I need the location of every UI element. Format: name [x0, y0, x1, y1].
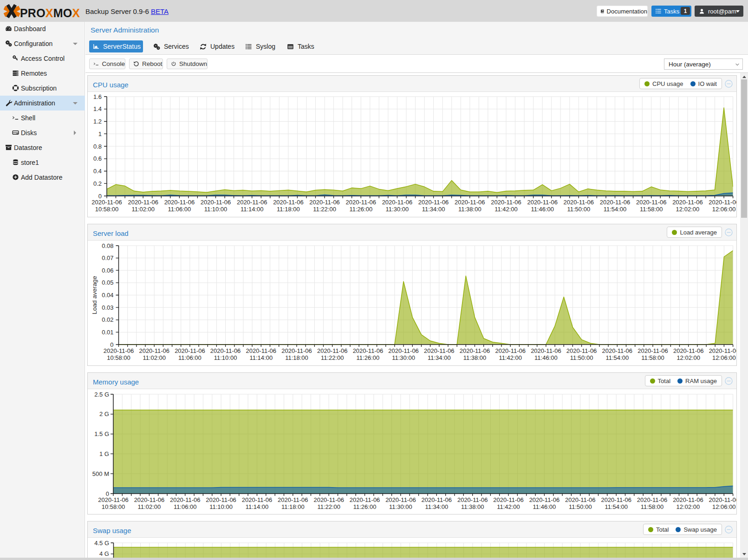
svg-text:2020-11-06: 2020-11-06 — [565, 496, 596, 503]
svg-text:2020-11-06: 2020-11-06 — [206, 496, 236, 503]
svg-text:11:10:00: 11:10:00 — [214, 354, 237, 361]
svg-text:11:38:00: 11:38:00 — [461, 503, 484, 510]
svg-text:0.2: 0.2 — [93, 180, 102, 187]
svg-text:11:42:00: 11:42:00 — [497, 503, 520, 510]
svg-text:2020-11-06: 2020-11-06 — [531, 347, 561, 354]
svg-text:11:46:00: 11:46:00 — [533, 503, 556, 510]
svg-text:11:10:00: 11:10:00 — [209, 503, 233, 510]
svg-text:11:38:00: 11:38:00 — [458, 206, 481, 213]
svg-text:2020-11-06: 2020-11-06 — [709, 496, 736, 503]
svg-text:11:58:00: 11:58:00 — [641, 503, 664, 510]
svg-text:2020-11-06: 2020-11-06 — [246, 347, 277, 354]
svg-text:11:26:00: 11:26:00 — [357, 354, 380, 361]
svg-text:0.8: 0.8 — [93, 143, 102, 150]
svg-text:11:58:00: 11:58:00 — [640, 206, 663, 213]
svg-text:2020-11-06: 2020-11-06 — [709, 347, 736, 354]
svg-text:11:02:00: 11:02:00 — [138, 503, 161, 510]
svg-text:2020-11-06: 2020-11-06 — [455, 199, 485, 206]
svg-text:11:50:00: 11:50:00 — [569, 503, 592, 510]
svg-text:11:42:00: 11:42:00 — [499, 354, 522, 361]
svg-text:11:02:00: 11:02:00 — [131, 206, 155, 213]
svg-text:11:06:00: 11:06:00 — [168, 206, 191, 213]
svg-text:2 G: 2 G — [99, 410, 109, 417]
svg-text:PROXMOX: PROXMOX — [20, 7, 80, 20]
svg-text:11:22:00: 11:22:00 — [321, 354, 344, 361]
svg-text:2020-11-06: 2020-11-06 — [104, 347, 134, 354]
svg-text:2020-11-06: 2020-11-06 — [601, 496, 631, 503]
svg-text:2020-11-06: 2020-11-06 — [637, 496, 668, 503]
svg-text:4 G: 4 G — [99, 550, 109, 557]
svg-text:2020-11-06: 2020-11-06 — [709, 199, 736, 206]
svg-text:2020-11-06: 2020-11-06 — [353, 347, 384, 354]
svg-text:2020-11-06: 2020-11-06 — [564, 199, 594, 206]
svg-text:11:14:00: 11:14:00 — [246, 503, 269, 510]
svg-text:11:02:00: 11:02:00 — [143, 354, 166, 361]
svg-text:2020-11-06: 2020-11-06 — [673, 496, 703, 503]
svg-text:500 M: 500 M — [92, 470, 109, 477]
svg-text:11:14:00: 11:14:00 — [249, 354, 273, 361]
svg-text:2020-11-06: 2020-11-06 — [134, 496, 165, 503]
svg-text:2020-11-06: 2020-11-06 — [529, 496, 560, 503]
svg-text:0.05: 0.05 — [102, 279, 113, 286]
svg-text:2020-11-06: 2020-11-06 — [385, 496, 416, 503]
svg-text:11:06:00: 11:06:00 — [178, 354, 202, 361]
svg-text:11:18:00: 11:18:00 — [281, 503, 305, 510]
svg-text:12:02:00: 12:02:00 — [676, 206, 700, 213]
svg-text:11:54:00: 11:54:00 — [605, 354, 629, 361]
svg-text:2020-11-06: 2020-11-06 — [460, 347, 490, 354]
svg-text:2020-11-06: 2020-11-06 — [278, 496, 308, 503]
svg-text:10:58:00: 10:58:00 — [107, 354, 130, 361]
svg-text:2020-11-06: 2020-11-06 — [91, 199, 122, 206]
svg-text:2020-11-06: 2020-11-06 — [273, 199, 304, 206]
svg-text:11:54:00: 11:54:00 — [605, 503, 628, 510]
svg-text:0.04: 0.04 — [102, 292, 113, 299]
svg-text:2020-11-06: 2020-11-06 — [388, 347, 419, 354]
svg-text:11:50:00: 11:50:00 — [567, 206, 590, 213]
svg-text:2020-11-06: 2020-11-06 — [309, 199, 340, 206]
svg-text:2020-11-06: 2020-11-06 — [637, 347, 668, 354]
svg-text:2020-11-06: 2020-11-06 — [600, 199, 631, 206]
svg-text:2020-11-06: 2020-11-06 — [237, 199, 267, 206]
svg-text:Load average: Load average — [91, 276, 98, 314]
svg-text:2020-11-06: 2020-11-06 — [98, 496, 129, 503]
svg-text:2020-11-06: 2020-11-06 — [457, 496, 488, 503]
svg-text:11:46:00: 11:46:00 — [531, 206, 554, 213]
svg-text:2020-11-06: 2020-11-06 — [495, 347, 526, 354]
svg-text:2020-11-06: 2020-11-06 — [313, 496, 344, 503]
svg-text:12:06:00: 12:06:00 — [712, 206, 736, 213]
svg-text:2020-11-06: 2020-11-06 — [350, 496, 380, 503]
svg-text:0.03: 0.03 — [102, 304, 113, 311]
svg-text:12:06:00: 12:06:00 — [712, 503, 736, 510]
svg-text:2020-11-06: 2020-11-06 — [175, 347, 205, 354]
svg-text:11:18:00: 11:18:00 — [277, 206, 300, 213]
svg-text:11:58:00: 11:58:00 — [641, 354, 664, 361]
svg-text:11:54:00: 11:54:00 — [604, 206, 627, 213]
svg-text:1.4: 1.4 — [93, 105, 102, 112]
svg-text:2020-11-06: 2020-11-06 — [170, 496, 201, 503]
svg-text:2.5 G: 2.5 G — [94, 391, 109, 398]
svg-text:2020-11-06: 2020-11-06 — [493, 496, 524, 503]
svg-text:11:34:00: 11:34:00 — [425, 503, 448, 510]
svg-text:0.08: 0.08 — [102, 242, 113, 249]
svg-text:1.6: 1.6 — [93, 93, 102, 100]
svg-text:2020-11-06: 2020-11-06 — [527, 199, 558, 206]
svg-text:10:58:00: 10:58:00 — [95, 206, 119, 213]
svg-text:11:18:00: 11:18:00 — [285, 354, 308, 361]
svg-text:2020-11-06: 2020-11-06 — [242, 496, 273, 503]
svg-text:11:30:00: 11:30:00 — [389, 503, 412, 510]
svg-text:1: 1 — [98, 130, 102, 137]
svg-text:0.07: 0.07 — [102, 254, 113, 261]
svg-text:2020-11-06: 2020-11-06 — [201, 199, 231, 206]
svg-text:1.2: 1.2 — [93, 118, 102, 125]
svg-text:11:30:00: 11:30:00 — [392, 354, 415, 361]
svg-text:11:06:00: 11:06:00 — [174, 503, 197, 510]
svg-text:2020-11-06: 2020-11-06 — [672, 199, 703, 206]
svg-text:11:26:00: 11:26:00 — [353, 503, 377, 510]
svg-text:2020-11-06: 2020-11-06 — [281, 347, 312, 354]
svg-text:2020-11-06: 2020-11-06 — [566, 347, 597, 354]
svg-text:11:50:00: 11:50:00 — [570, 354, 593, 361]
svg-text:2020-11-06: 2020-11-06 — [164, 199, 195, 206]
svg-text:1 G: 1 G — [99, 450, 109, 457]
svg-text:2020-11-06: 2020-11-06 — [491, 199, 521, 206]
svg-text:0.01: 0.01 — [102, 329, 113, 336]
